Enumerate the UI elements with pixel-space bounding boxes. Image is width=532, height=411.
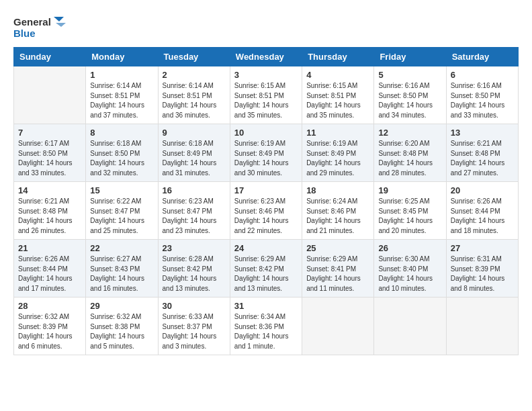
table-row: 5Sunrise: 6:16 AMSunset: 8:50 PMDaylight… — [374, 66, 446, 124]
day-number: 3 — [234, 70, 298, 80]
table-row: 29Sunrise: 6:32 AMSunset: 8:38 PMDayligh… — [86, 298, 158, 355]
day-info: Sunrise: 6:17 AMSunset: 8:50 PMDaylight:… — [18, 139, 81, 178]
day-number: 20 — [451, 185, 514, 195]
calendar-week-4: 21Sunrise: 6:26 AMSunset: 8:44 PMDayligh… — [14, 240, 519, 298]
table-row: 17Sunrise: 6:23 AMSunset: 8:46 PMDayligh… — [230, 182, 302, 240]
day-number: 1 — [90, 70, 153, 80]
weekday-header-tuesday: Tuesday — [158, 48, 230, 66]
table-row: 14Sunrise: 6:21 AMSunset: 8:48 PMDayligh… — [14, 182, 86, 240]
table-row: 9Sunrise: 6:18 AMSunset: 8:49 PMDaylight… — [158, 124, 230, 182]
day-info: Sunrise: 6:26 AMSunset: 8:44 PMDaylight:… — [451, 197, 514, 236]
day-info: Sunrise: 6:21 AMSunset: 8:48 PMDaylight:… — [18, 197, 81, 236]
day-number: 16 — [163, 185, 226, 195]
day-info: Sunrise: 6:19 AMSunset: 8:49 PMDaylight:… — [306, 139, 369, 178]
table-row: 31Sunrise: 6:34 AMSunset: 8:36 PMDayligh… — [230, 298, 302, 355]
svg-text:General: General — [13, 16, 51, 28]
day-number: 27 — [451, 243, 514, 253]
weekday-header-thursday: Thursday — [302, 48, 374, 66]
weekday-header-monday: Monday — [86, 48, 158, 66]
day-number: 18 — [306, 185, 369, 195]
table-row: 2Sunrise: 6:14 AMSunset: 8:51 PMDaylight… — [158, 66, 230, 124]
weekday-header-sunday: Sunday — [14, 48, 86, 66]
day-number: 2 — [163, 70, 226, 80]
calendar-week-3: 14Sunrise: 6:21 AMSunset: 8:48 PMDayligh… — [14, 182, 519, 240]
day-info: Sunrise: 6:26 AMSunset: 8:44 PMDaylight:… — [18, 255, 81, 293]
table-row: 28Sunrise: 6:32 AMSunset: 8:39 PMDayligh… — [14, 298, 86, 355]
day-number: 5 — [378, 70, 441, 80]
day-info: Sunrise: 6:23 AMSunset: 8:46 PMDaylight:… — [234, 197, 298, 236]
day-number: 8 — [90, 128, 153, 138]
day-info: Sunrise: 6:33 AMSunset: 8:37 PMDaylight:… — [163, 312, 226, 351]
logo-svg: GeneralBlue — [13, 13, 67, 40]
day-info: Sunrise: 6:24 AMSunset: 8:46 PMDaylight:… — [306, 197, 369, 236]
day-number: 9 — [163, 128, 226, 138]
calendar-week-5: 28Sunrise: 6:32 AMSunset: 8:39 PMDayligh… — [14, 298, 519, 355]
day-info: Sunrise: 6:25 AMSunset: 8:45 PMDaylight:… — [378, 197, 441, 236]
day-number: 17 — [234, 185, 298, 195]
logo: GeneralBlue — [13, 13, 67, 40]
day-info: Sunrise: 6:27 AMSunset: 8:43 PMDaylight:… — [90, 255, 153, 293]
table-row: 26Sunrise: 6:30 AMSunset: 8:40 PMDayligh… — [374, 240, 446, 298]
day-info: Sunrise: 6:32 AMSunset: 8:38 PMDaylight:… — [90, 312, 153, 351]
day-number: 22 — [90, 243, 153, 253]
day-number: 31 — [234, 301, 298, 311]
day-number: 23 — [163, 243, 226, 253]
table-row: 4Sunrise: 6:15 AMSunset: 8:51 PMDaylight… — [302, 66, 374, 124]
table-row: 18Sunrise: 6:24 AMSunset: 8:46 PMDayligh… — [302, 182, 374, 240]
day-number: 24 — [234, 243, 298, 253]
calendar-table: SundayMondayTuesdayWednesdayThursdayFrid… — [13, 47, 519, 355]
calendar-week-1: 1Sunrise: 6:14 AMSunset: 8:51 PMDaylight… — [14, 66, 519, 124]
table-row: 7Sunrise: 6:17 AMSunset: 8:50 PMDaylight… — [14, 124, 86, 182]
svg-marker-2 — [54, 17, 64, 21]
table-row: 27Sunrise: 6:31 AMSunset: 8:39 PMDayligh… — [446, 240, 518, 298]
table-row: 20Sunrise: 6:26 AMSunset: 8:44 PMDayligh… — [446, 182, 518, 240]
table-row — [14, 66, 86, 124]
day-info: Sunrise: 6:18 AMSunset: 8:50 PMDaylight:… — [90, 139, 153, 178]
day-number: 28 — [18, 301, 81, 311]
day-info: Sunrise: 6:31 AMSunset: 8:39 PMDaylight:… — [451, 255, 514, 293]
day-info: Sunrise: 6:15 AMSunset: 8:51 PMDaylight:… — [234, 81, 298, 120]
day-info: Sunrise: 6:30 AMSunset: 8:40 PMDaylight:… — [378, 255, 441, 293]
day-number: 6 — [451, 70, 514, 80]
day-info: Sunrise: 6:16 AMSunset: 8:50 PMDaylight:… — [451, 81, 514, 120]
table-row: 19Sunrise: 6:25 AMSunset: 8:45 PMDayligh… — [374, 182, 446, 240]
day-info: Sunrise: 6:23 AMSunset: 8:47 PMDaylight:… — [163, 197, 226, 236]
day-info: Sunrise: 6:32 AMSunset: 8:39 PMDaylight:… — [18, 312, 81, 351]
svg-marker-3 — [56, 23, 66, 27]
day-number: 29 — [90, 301, 153, 311]
table-row: 30Sunrise: 6:33 AMSunset: 8:37 PMDayligh… — [158, 298, 230, 355]
table-row: 1Sunrise: 6:14 AMSunset: 8:51 PMDaylight… — [86, 66, 158, 124]
day-number: 11 — [306, 128, 369, 138]
day-number: 30 — [163, 301, 226, 311]
table-row: 24Sunrise: 6:29 AMSunset: 8:42 PMDayligh… — [230, 240, 302, 298]
day-number: 21 — [18, 243, 81, 253]
day-number: 26 — [378, 243, 441, 253]
weekday-header-wednesday: Wednesday — [230, 48, 302, 66]
day-number: 10 — [234, 128, 298, 138]
weekday-header-friday: Friday — [374, 48, 446, 66]
day-info: Sunrise: 6:29 AMSunset: 8:42 PMDaylight:… — [234, 255, 298, 293]
table-row — [374, 298, 446, 355]
day-info: Sunrise: 6:18 AMSunset: 8:49 PMDaylight:… — [163, 139, 226, 178]
day-info: Sunrise: 6:16 AMSunset: 8:50 PMDaylight:… — [378, 81, 441, 120]
day-number: 15 — [90, 185, 153, 195]
table-row: 22Sunrise: 6:27 AMSunset: 8:43 PMDayligh… — [86, 240, 158, 298]
weekday-header-saturday: Saturday — [446, 48, 518, 66]
table-row — [302, 298, 374, 355]
header: GeneralBlue — [13, 13, 519, 40]
table-row: 21Sunrise: 6:26 AMSunset: 8:44 PMDayligh… — [14, 240, 86, 298]
table-row: 12Sunrise: 6:20 AMSunset: 8:48 PMDayligh… — [374, 124, 446, 182]
table-row — [446, 298, 518, 355]
day-info: Sunrise: 6:21 AMSunset: 8:48 PMDaylight:… — [451, 139, 514, 178]
day-info: Sunrise: 6:29 AMSunset: 8:41 PMDaylight:… — [306, 255, 369, 293]
table-row: 16Sunrise: 6:23 AMSunset: 8:47 PMDayligh… — [158, 182, 230, 240]
day-info: Sunrise: 6:19 AMSunset: 8:49 PMDaylight:… — [234, 139, 298, 178]
day-number: 12 — [378, 128, 441, 138]
table-row: 8Sunrise: 6:18 AMSunset: 8:50 PMDaylight… — [86, 124, 158, 182]
table-row: 15Sunrise: 6:22 AMSunset: 8:47 PMDayligh… — [86, 182, 158, 240]
day-info: Sunrise: 6:20 AMSunset: 8:48 PMDaylight:… — [378, 139, 441, 178]
day-number: 4 — [306, 70, 369, 80]
table-row: 6Sunrise: 6:16 AMSunset: 8:50 PMDaylight… — [446, 66, 518, 124]
day-info: Sunrise: 6:22 AMSunset: 8:47 PMDaylight:… — [90, 197, 153, 236]
day-info: Sunrise: 6:14 AMSunset: 8:51 PMDaylight:… — [90, 81, 153, 120]
